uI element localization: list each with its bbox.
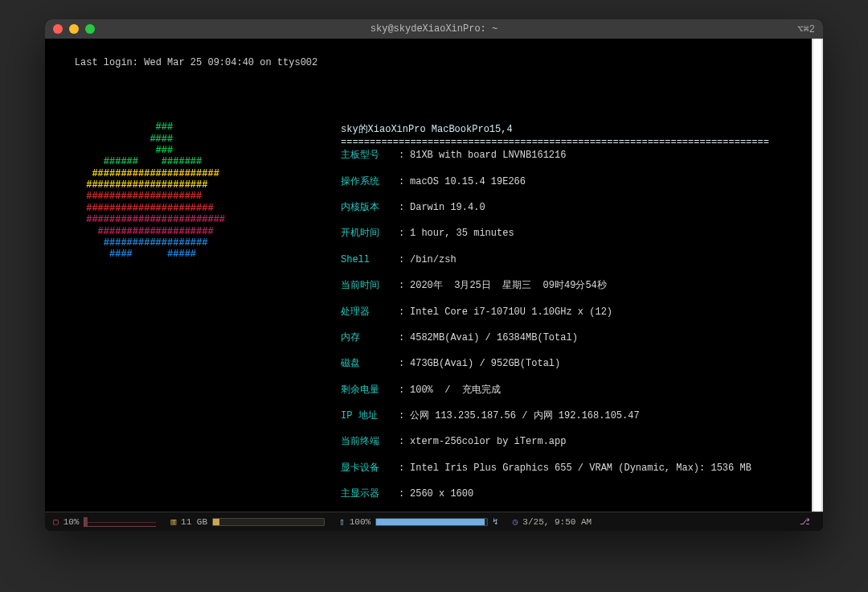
status-git-branch: ⎇ — [800, 516, 815, 527]
info-row-memory: 内存: 4582MB(Avai) / 16384MB(Total) — [341, 331, 817, 344]
ram-icon: ▥ — [170, 516, 176, 527]
info-row-gpu: 显卡设备: Intel Iris Plus Graphics 655 / VRA… — [341, 462, 817, 475]
info-row-display: 主显示器: 2560 x 1600 — [341, 487, 817, 500]
system-info: sky的XiaoXinPro MacBookPro15,4 ==========… — [341, 110, 817, 512]
bottom-status-bar: ▢ 10% ▥ 11 GB ▯ 100% ↯ ◷ 3/25, 9:50 AM ⎇ — [45, 512, 823, 531]
system-info-separator: ========================================… — [341, 137, 769, 148]
battery-bar — [375, 518, 488, 526]
window-shortcut-badge: ⌥⌘2 — [797, 23, 815, 35]
scrollbar[interactable] — [812, 39, 823, 512]
ascii-apple-logo: ### #### ### ###### ####### ############… — [51, 110, 341, 512]
system-info-title: sky的XiaoXinPro MacBookPro15,4 — [341, 124, 513, 135]
info-row-datetime: 当前时间: 2020年 3月25日 星期三 09时49分54秒 — [341, 279, 817, 292]
last-login-line: Last login: Wed Mar 25 09:04:40 on ttys0… — [75, 57, 317, 68]
scrollbar-thumb[interactable] — [813, 39, 821, 512]
info-row-terminal: 当前终端: xterm-256color by iTerm.app — [341, 435, 817, 448]
info-row-kernel: 内核版本: Darwin 19.4.0 — [341, 201, 817, 214]
info-row-os: 操作系统: macOS 10.15.4 19E266 — [341, 175, 817, 188]
terminal-window: sky@skydeXiaoXinPro: ~ ⌥⌘2 Last login: W… — [45, 19, 823, 531]
info-row-ip: IP 地址: 公网 113.235.187.56 / 内网 192.168.10… — [341, 409, 817, 422]
status-clock: ◷ 3/25, 9:50 AM — [513, 516, 592, 527]
traffic-lights — [53, 24, 95, 34]
info-row-uptime: 开机时间: 1 hour, 35 minutes — [341, 227, 817, 240]
terminal-content[interactable]: Last login: Wed Mar 25 09:04:40 on ttys0… — [45, 39, 823, 512]
git-branch-icon: ⎇ — [800, 516, 810, 527]
cpu-chip-icon: ▢ — [53, 516, 59, 527]
status-battery: ▯ 100% ↯ — [339, 516, 498, 527]
info-row-disk: 磁盘: 473GB(Avai) / 952GB(Total) — [341, 357, 817, 370]
neofetch-block: ### #### ### ###### ####### ############… — [51, 110, 817, 512]
battery-status-icon: ▯ — [339, 516, 345, 527]
charging-bolt-icon: ↯ — [493, 516, 498, 527]
cpu-sparkline — [84, 517, 156, 527]
status-cpu: ▢ 10% — [53, 516, 156, 527]
maximize-button[interactable] — [85, 24, 95, 34]
info-row-shell: Shell: /bin/zsh — [341, 253, 817, 266]
minimize-button[interactable] — [69, 24, 79, 34]
info-row-motherboard: 主板型号: 81XB with board LNVNB161216 — [341, 149, 817, 162]
window-titlebar: sky@skydeXiaoXinPro: ~ ⌥⌘2 — [45, 19, 823, 39]
info-row-battery: 剩余电量: 100% / 充电完成 — [341, 384, 817, 397]
status-ram: ▥ 11 GB — [170, 516, 325, 527]
clock-status-icon: ◷ — [513, 516, 518, 527]
window-title: sky@skydeXiaoXinPro: ~ — [371, 23, 497, 35]
ram-bar — [212, 518, 325, 526]
close-button[interactable] — [53, 24, 63, 34]
info-row-cpu: 处理器: Intel Core i7-10710U 1.10GHz x (12) — [341, 306, 817, 319]
